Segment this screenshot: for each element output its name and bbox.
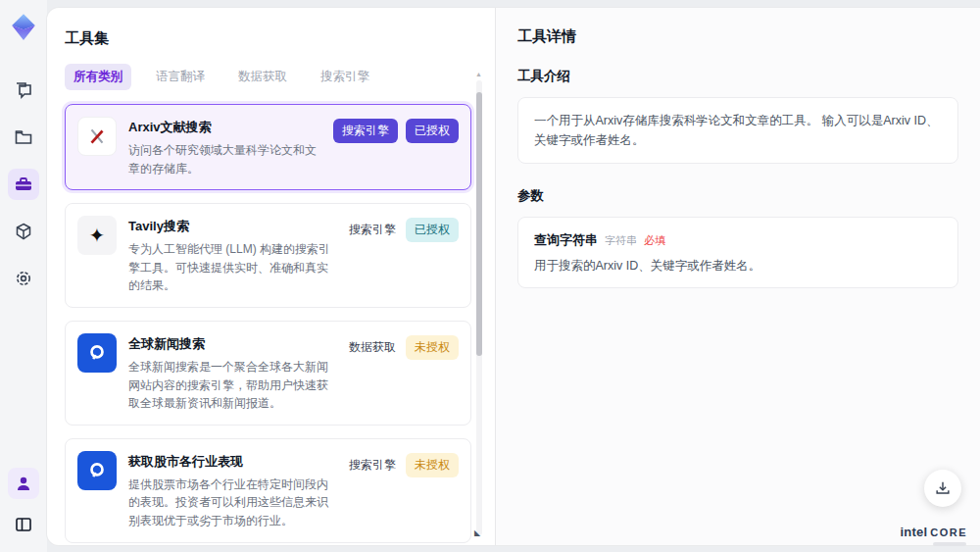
brand-word-intel: intel	[900, 525, 927, 539]
tool-name: Tavily搜索	[128, 218, 335, 235]
intro-box: 一个用于从Arxiv存储库搜索科学论文和文章的工具。 输入可以是Arxiv ID…	[517, 97, 958, 164]
app-sidebar	[0, 0, 47, 552]
tool-auth-badge: 已授权	[406, 119, 459, 143]
page-title: 工具集	[65, 29, 471, 48]
brand-sub-mark	[933, 542, 966, 546]
download-icon	[934, 479, 952, 497]
tool-name: 全球新闻搜索	[128, 335, 335, 353]
params-heading: 参数	[517, 187, 958, 205]
scrollbar[interactable]: ▲ ◣	[476, 80, 482, 535]
scroll-down-arrow[interactable]: ◣	[474, 528, 480, 537]
tool-auth-badge: 已授权	[406, 218, 459, 242]
tavily-logo-icon: ✦	[77, 216, 117, 255]
panel-toggle-icon	[14, 515, 33, 534]
tool-badges: 搜索引擎未授权	[347, 453, 459, 477]
tool-detail-panel: 工具详情 工具介绍 一个用于从Arxiv存储库搜索科学论文和文章的工具。 输入可…	[495, 8, 980, 545]
news-service-logo-icon	[77, 451, 117, 490]
sidebar-item-settings[interactable]	[8, 263, 39, 294]
app-logo-icon	[9, 12, 38, 41]
param-required-badge: 必填	[644, 234, 665, 246]
tool-card-body: 全球新闻搜索全球新闻搜索是一个聚合全球各大新闻网站内容的搜索引擎，帮助用户快速获…	[128, 333, 335, 413]
tool-description: 专为人工智能代理 (LLM) 构建的搜索引擎工具。可快速提供实时、准确和真实的结…	[128, 240, 335, 295]
tool-category-badge: 搜索引擎	[347, 218, 398, 242]
tool-name: 获取股市各行业表现	[128, 453, 335, 471]
detail-title: 工具详情	[517, 27, 958, 46]
sidebar-item-tools[interactable]	[8, 169, 39, 200]
tool-auth-badge: 未授权	[406, 335, 459, 360]
param-name: 查询字符串	[534, 232, 598, 247]
profile-icon	[14, 474, 33, 493]
tab-category-3[interactable]: 搜索引擎	[312, 64, 378, 90]
tool-name: Arxiv文献搜索	[128, 119, 321, 136]
brand-word-core: CORE	[930, 527, 967, 538]
tool-description: 全球新闻搜索是一个聚合全球各大新闻网站内容的搜索引擎，帮助用户快速获取全球最新资…	[128, 358, 335, 413]
tool-badges: 数据获取未授权	[347, 335, 459, 360]
tool-category-badge: 搜索引擎	[333, 119, 398, 143]
cube-icon	[14, 222, 33, 241]
tool-badges: 搜索引擎已授权	[333, 119, 459, 143]
tool-description: 提供股票市场各个行业在特定时间段内的表现。投资者可以利用这些信息来识别表现优于或…	[128, 476, 335, 530]
intel-core-logo: intel CORE	[900, 525, 967, 539]
scroll-up-arrow[interactable]: ▲	[475, 71, 482, 77]
param-type: 字符串	[605, 234, 637, 246]
tab-all-categories[interactable]: 所有类别	[65, 64, 131, 90]
param-box: 查询字符串字符串必填 用于搜索的Arxiv ID、关键字或作者姓名。	[517, 217, 958, 288]
toolset-panel: 工具集 所有类别语言翻译数据获取搜索引擎 Arxiv文献搜索访问各个研究领域大量…	[47, 8, 495, 545]
tab-category-2[interactable]: 数据获取	[229, 64, 296, 90]
chat-icon	[14, 80, 33, 100]
folder-icon	[14, 127, 33, 147]
sidebar-item-profile[interactable]	[8, 468, 39, 499]
download-button[interactable]	[924, 470, 961, 507]
tool-list: Arxiv文献搜索访问各个研究领域大量科学论文和文章的存储库。搜索引擎已授权✦T…	[65, 104, 471, 545]
news-service-logo-icon	[77, 333, 117, 373]
param-description: 用于搜索的Arxiv ID、关键字或作者姓名。	[534, 258, 942, 275]
tool-category-badge: 数据获取	[347, 335, 398, 360]
tool-badges: 搜索引擎已授权	[347, 218, 459, 242]
gear-icon	[14, 269, 33, 288]
content-shell: 工具集 所有类别语言翻译数据获取搜索引擎 Arxiv文献搜索访问各个研究领域大量…	[47, 8, 980, 545]
sidebar-item-files[interactable]	[8, 122, 39, 153]
intro-heading: 工具介绍	[517, 68, 958, 85]
category-tabs: 所有类别语言翻译数据获取搜索引擎	[65, 64, 471, 90]
tool-card-body: Tavily搜索专为人工智能代理 (LLM) 构建的搜索引擎工具。可快速提供实时…	[128, 216, 335, 295]
tool-card[interactable]: 获取股市各行业表现提供股票市场各个行业在特定时间段内的表现。投资者可以利用这些信…	[65, 438, 471, 543]
tool-auth-badge: 未授权	[406, 453, 459, 477]
tool-description: 访问各个研究领域大量科学论文和文章的存储库。	[128, 141, 321, 177]
sidebar-item-panel-toggle[interactable]	[8, 509, 39, 540]
tool-card[interactable]: Arxiv文献搜索访问各个研究领域大量科学论文和文章的存储库。搜索引擎已授权	[65, 104, 471, 190]
tab-category-1[interactable]: 语言翻译	[147, 64, 214, 90]
tool-card[interactable]: 全球新闻搜索全球新闻搜索是一个聚合全球各大新闻网站内容的搜索引擎，帮助用户快速获…	[65, 321, 471, 426]
param-header: 查询字符串字符串必填	[534, 230, 942, 249]
tool-card[interactable]: ✦Tavily搜索专为人工智能代理 (LLM) 构建的搜索引擎工具。可快速提供实…	[65, 203, 471, 308]
intro-text: 一个用于从Arxiv存储库搜索科学论文和文章的工具。 输入可以是Arxiv ID…	[534, 111, 942, 150]
tool-category-badge: 搜索引擎	[347, 453, 398, 477]
toolbox-icon	[14, 175, 33, 194]
sidebar-item-chat[interactable]	[8, 75, 39, 106]
arxiv-logo-icon	[77, 117, 117, 156]
scrollbar-thumb[interactable]	[476, 92, 482, 356]
tool-card-body: 获取股市各行业表现提供股票市场各个行业在特定时间段内的表现。投资者可以利用这些信…	[128, 451, 335, 530]
tool-card-body: Arxiv文献搜索访问各个研究领域大量科学论文和文章的存储库。	[128, 117, 321, 177]
sidebar-item-packages[interactable]	[8, 216, 39, 247]
